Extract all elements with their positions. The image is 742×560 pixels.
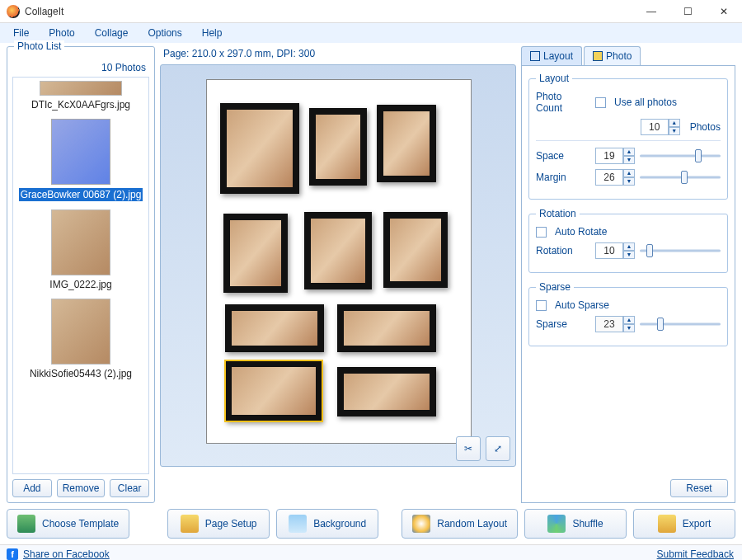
submit-feedback-link[interactable]: Submit Feedback	[657, 548, 734, 560]
crop-icon: ✂	[464, 443, 472, 454]
page-canvas[interactable]	[207, 80, 471, 443]
sparse-label: Sparse	[536, 318, 590, 330]
list-item[interactable]: NikkiSofie05443 (2).jpg	[16, 299, 145, 379]
space-stepper[interactable]: ▲▼	[595, 148, 635, 164]
shuffle-icon	[547, 515, 566, 533]
tabs: Layout Photo	[521, 46, 735, 66]
menu-photo[interactable]: Photo	[40, 26, 82, 40]
menu-collage[interactable]: Collage	[87, 26, 137, 40]
export-button[interactable]: Export	[633, 509, 735, 539]
photo-icon	[593, 51, 603, 61]
use-all-photos-label: Use all photos	[614, 96, 677, 108]
stepper-down-icon[interactable]: ▼	[623, 156, 635, 164]
photo-count-field-label: Photo Count	[536, 91, 590, 114]
menu-options[interactable]: Options	[139, 26, 190, 40]
choose-template-button[interactable]: Choose Template	[7, 509, 129, 539]
facebook-icon: f	[7, 548, 18, 560]
background-button[interactable]: Background	[276, 509, 378, 539]
crop-button[interactable]: ✂	[456, 436, 481, 461]
use-all-photos-checkbox[interactable]	[595, 97, 606, 108]
stepper-up-icon[interactable]: ▲	[623, 242, 635, 251]
canvas-panel: Page: 210.0 x 297.0 mm, DPI: 300 ✂ ⤢	[160, 46, 516, 503]
auto-sparse-label: Auto Sparse	[555, 299, 609, 311]
photo-count-label: 10 Photos	[12, 60, 149, 77]
thumbnail-caption: IMG_0222.jpg	[16, 279, 145, 290]
random-layout-button[interactable]: Random Layout	[402, 509, 518, 539]
stepper-up-icon[interactable]: ▲	[623, 169, 635, 177]
rotation-input[interactable]	[595, 242, 623, 259]
photo-count-stepper[interactable]: ▲▼	[641, 119, 680, 135]
stepper-up-icon[interactable]: ▲	[669, 119, 680, 127]
collage-frame[interactable]	[337, 304, 436, 352]
collage-frame[interactable]	[383, 212, 448, 288]
thumbnail-image	[40, 81, 122, 96]
canvas-viewport[interactable]: ✂ ⤢	[160, 64, 516, 467]
rotation-slider[interactable]	[640, 242, 721, 259]
stepper-down-icon[interactable]: ▼	[623, 251, 635, 259]
space-input[interactable]	[595, 148, 623, 164]
rotation-group-legend: Rotation	[536, 208, 580, 219]
tab-photo[interactable]: Photo	[584, 46, 641, 65]
background-icon	[289, 515, 307, 533]
share-facebook-link[interactable]: Share on Facebook	[23, 548, 110, 560]
collage-frame[interactable]	[225, 360, 322, 421]
list-item[interactable]: GraceBowker 00687 (2).jpg	[16, 119, 145, 201]
thumbnail-image	[51, 299, 110, 365]
clear-button[interactable]: Clear	[110, 479, 149, 497]
stepper-down-icon[interactable]: ▼	[669, 127, 680, 135]
margin-label: Margin	[536, 172, 590, 183]
random-icon	[412, 515, 430, 533]
sparse-slider	[640, 316, 721, 332]
collage-frame[interactable]	[223, 214, 288, 293]
export-icon	[658, 515, 676, 533]
fullscreen-button[interactable]: ⤢	[486, 436, 510, 461]
template-icon	[17, 515, 35, 533]
menu-file[interactable]: File	[5, 26, 37, 40]
sparse-group: Sparse Auto Sparse Sparse ▲▼	[528, 281, 728, 346]
layout-icon	[530, 51, 540, 61]
stepper-up-icon: ▲	[623, 316, 635, 324]
rotation-label: Rotation	[536, 245, 590, 256]
remove-button[interactable]: Remove	[57, 479, 106, 497]
photo-count-input[interactable]	[641, 119, 669, 135]
margin-input[interactable]	[595, 169, 623, 186]
titlebar: CollageIt — ☐ ✕	[0, 0, 742, 23]
collage-frame[interactable]	[377, 105, 436, 182]
reset-button[interactable]: Reset	[670, 479, 728, 497]
shuffle-button[interactable]: Shuffle	[524, 509, 627, 539]
maximize-button[interactable]: ☐	[669, 0, 706, 22]
status-bar: f Share on Facebook Submit Feedback	[0, 544, 742, 560]
close-button[interactable]: ✕	[706, 0, 742, 22]
thumbnail-caption: DTIc_KcX0AAFgrs.jpg	[16, 99, 145, 111]
list-item[interactable]: IMG_0222.jpg	[16, 209, 145, 290]
menu-help[interactable]: Help	[194, 26, 231, 40]
app-logo-icon	[7, 5, 20, 18]
rotation-stepper[interactable]: ▲▼	[595, 242, 635, 259]
list-item[interactable]: DTIc_KcX0AAFgrs.jpg	[16, 81, 145, 111]
add-button[interactable]: Add	[12, 479, 52, 497]
collage-frame[interactable]	[225, 304, 324, 352]
expand-icon: ⤢	[494, 443, 502, 454]
minimize-button[interactable]: —	[633, 0, 669, 22]
tab-layout[interactable]: Layout	[521, 46, 582, 65]
space-slider[interactable]	[640, 148, 721, 164]
menubar: File Photo Collage Options Help	[0, 23, 742, 43]
photo-list-panel: Photo List 10 Photos DTIc_KcX0AAFgrs.jpg…	[7, 46, 155, 503]
bottom-toolbar: Choose Template Page Setup Background Ra…	[0, 503, 742, 544]
layout-group: Layout Photo Count Use all photos ▲▼ Pho…	[528, 73, 728, 200]
auto-sparse-checkbox[interactable]	[536, 300, 547, 311]
collage-frame[interactable]	[309, 108, 367, 186]
app-window: CollageIt — ☐ ✕ File Photo Collage Optio…	[0, 0, 742, 560]
collage-frame[interactable]	[220, 103, 299, 194]
page-info: Page: 210.0 x 297.0 mm, DPI: 300	[160, 46, 516, 64]
margin-stepper[interactable]: ▲▼	[595, 169, 635, 186]
stepper-up-icon[interactable]: ▲	[623, 148, 635, 156]
thumbnail-list[interactable]: DTIc_KcX0AAFgrs.jpg GraceBowker 00687 (2…	[12, 77, 149, 474]
margin-slider[interactable]	[640, 169, 721, 186]
collage-frame[interactable]	[337, 367, 436, 416]
auto-rotate-checkbox[interactable]	[536, 227, 547, 238]
collage-frame[interactable]	[304, 212, 372, 289]
stepper-down-icon[interactable]: ▼	[623, 177, 635, 186]
page-setup-button[interactable]: Page Setup	[167, 509, 270, 539]
layout-group-legend: Layout	[536, 73, 572, 84]
